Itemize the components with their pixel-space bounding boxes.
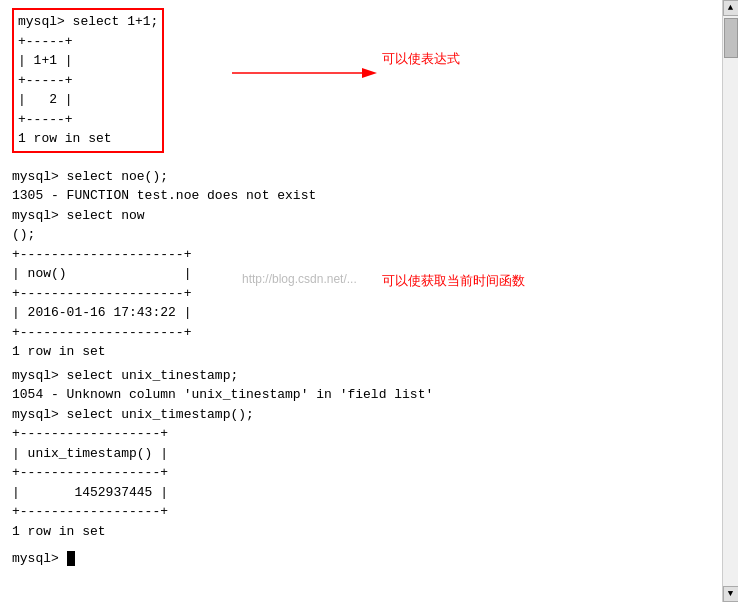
- scrollbar-thumb[interactable]: [724, 18, 738, 58]
- code-block-3: mysql> select unix_tinestamp; 1054 - Unk…: [12, 366, 710, 542]
- scrollbar-track[interactable]: [723, 16, 738, 586]
- cmd-unix-tinestamp: mysql> select unix_tinestamp;: [12, 368, 238, 383]
- cmd-select-noe: mysql> select noe();: [12, 169, 168, 184]
- result-2: 1 row in set: [12, 344, 106, 359]
- annotation-text-2: 可以使获取当前时间函数: [382, 272, 525, 290]
- scroll-down-arrow[interactable]: ▼: [723, 586, 739, 602]
- annotation-text-1: 可以使表达式: [382, 50, 460, 68]
- section-3: mysql> select unix_tinestamp; 1054 - Unk…: [12, 366, 710, 542]
- cmd-unix-timestamp: mysql> select unix_timestamp();: [12, 407, 254, 422]
- error-noe: 1305 - FUNCTION test.noe does not exist: [12, 188, 316, 203]
- cmd-select-now-cont: ();: [12, 227, 35, 242]
- final-prompt: mysql> ​: [12, 549, 710, 569]
- cmd-select-now: mysql> select now: [12, 208, 145, 223]
- section-4: mysql> ​: [12, 549, 710, 569]
- prompt-cursor: mysql> ​: [12, 551, 75, 566]
- code-block-1: mysql> select 1+1; +-----+ | 1+1 | +----…: [18, 12, 158, 149]
- code-block-2: mysql> select noe(); 1305 - FUNCTION tes…: [12, 167, 710, 362]
- section-2: mysql> select noe(); 1305 - FUNCTION tes…: [12, 167, 710, 362]
- terminal-content: mysql> select 1+1; +-----+ | 1+1 | +----…: [0, 0, 722, 602]
- highlighted-box-1: mysql> select 1+1; +-----+ | 1+1 | +----…: [12, 8, 164, 153]
- section-1: mysql> select 1+1; +-----+ | 1+1 | +----…: [12, 8, 710, 157]
- scroll-up-arrow[interactable]: ▲: [723, 0, 739, 16]
- arrow-svg-1: [232, 58, 392, 88]
- error-unknown: 1054 - Unknown column 'unix_tinestamp' i…: [12, 387, 433, 402]
- result-3: 1 row in set: [12, 524, 106, 539]
- scrollbar[interactable]: ▲ ▼: [722, 0, 738, 602]
- watermark-text: http://blog.csdn.net/...: [242, 272, 357, 286]
- svg-marker-1: [362, 68, 377, 78]
